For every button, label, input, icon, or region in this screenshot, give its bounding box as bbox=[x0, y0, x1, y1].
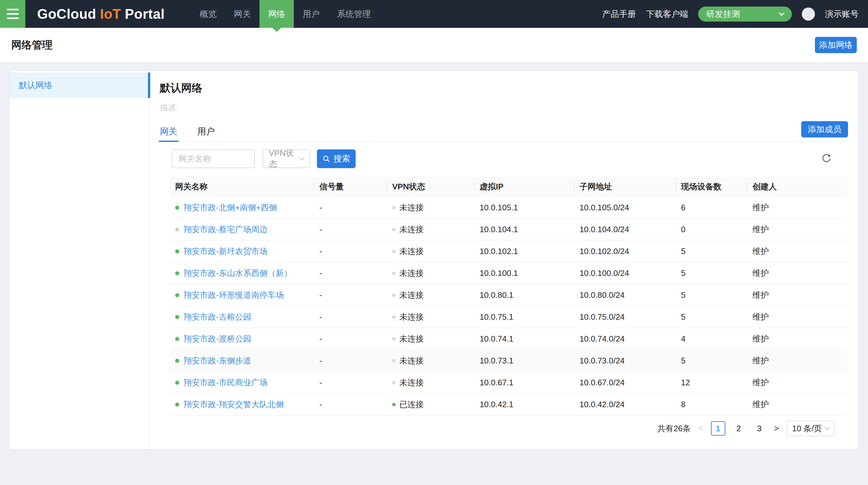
header-cell: 信号量 bbox=[314, 181, 386, 192]
hamburger-menu-button[interactable] bbox=[0, 0, 25, 28]
virtual-ip-cell: 10.0.80.1 bbox=[474, 290, 574, 300]
chevron-down-icon bbox=[779, 10, 784, 16]
creator-cell: 维护 bbox=[747, 224, 847, 235]
tab-2[interactable]: 用户 bbox=[197, 122, 215, 141]
header-cell: 虚拟IP bbox=[474, 181, 574, 192]
search-icon bbox=[322, 155, 330, 163]
gateway-online-dot bbox=[175, 293, 179, 297]
virtual-ip-cell: 10.0.67.1 bbox=[474, 378, 574, 388]
refresh-button[interactable] bbox=[821, 153, 832, 164]
gateway-name-cell: 翔安市政-东侧步道 bbox=[169, 355, 314, 366]
vpn-status-text: 已连接 bbox=[399, 399, 424, 410]
table-row: 翔安市政-古榕公园-未连接10.0.75.110.0.75.0/245维护 bbox=[169, 306, 847, 328]
env-select[interactable]: 研发挂测 bbox=[698, 6, 792, 22]
vpn-status-text: 未连接 bbox=[399, 312, 424, 322]
network-card: 默认网络 默认网络 描述: 网关用户 添加成员 VPN状态 bbox=[10, 71, 858, 449]
table-row: 翔安市政-渡桥公园-未连接10.0.74.110.0.74.0/244维护 bbox=[169, 328, 847, 350]
gateway-link[interactable]: 翔安市政-东山水系西侧（新） bbox=[184, 268, 292, 279]
nav-item-1[interactable]: 概览 bbox=[191, 0, 225, 28]
table-row: 翔安市政-东侧步道-未连接10.0.73.110.0.73.0/245维护 bbox=[169, 350, 847, 372]
device-count-cell: 5 bbox=[675, 312, 747, 322]
gateway-name-cell: 翔安市政-北侧+南侧+西侧 bbox=[169, 202, 314, 213]
table-row: 翔安市政-北侧+南侧+西侧-未连接10.0.105.110.0.105.0/24… bbox=[169, 197, 847, 219]
vpn-status-text: 未连接 bbox=[399, 334, 424, 344]
table-row: 翔安市政-东山水系西侧（新）-未连接10.0.100.110.0.100.0/2… bbox=[169, 262, 847, 284]
gateway-name-input[interactable] bbox=[172, 149, 255, 168]
gateway-link[interactable]: 翔安市政-北侧+南侧+西侧 bbox=[184, 202, 277, 213]
vpn-status-cell: 未连接 bbox=[386, 377, 474, 388]
virtual-ip-cell: 10.0.104.1 bbox=[474, 225, 574, 234]
gateway-link[interactable]: 翔安市政-环形慢道南停车场 bbox=[184, 290, 284, 301]
add-network-button[interactable]: 添加网络 bbox=[815, 37, 857, 53]
brand-logo: GoCloud IoT Portal bbox=[37, 6, 164, 22]
vpn-status-text: 未连接 bbox=[399, 377, 424, 388]
next-page-button[interactable]: > bbox=[774, 423, 779, 433]
navbar-link-1[interactable]: 产品手册 bbox=[602, 8, 636, 20]
top-navbar: GoCloud IoT Portal 概览网关网络用户系统管理 产品手册下载客户… bbox=[0, 0, 868, 28]
sidebar-item-1[interactable]: 默认网络 bbox=[10, 73, 150, 98]
table-row: 翔安市政-蔡宅广场周边-未连接10.0.104.110.0.104.0/240维… bbox=[169, 219, 847, 240]
network-sidebar: 默认网络 bbox=[10, 71, 150, 449]
gateway-link[interactable]: 翔安市政-渡桥公园 bbox=[184, 334, 251, 344]
search-button[interactable]: 搜索 bbox=[317, 149, 355, 168]
header-cell: VPN状态 bbox=[386, 181, 474, 192]
vpn-status-dot bbox=[392, 250, 396, 253]
page-size-value: 10 条/页 bbox=[792, 423, 822, 434]
vpn-status-select[interactable]: VPN状态 bbox=[262, 149, 310, 168]
gateway-link[interactable]: 翔安市政-蔡宅广场周边 bbox=[184, 224, 268, 235]
vpn-status-dot bbox=[392, 228, 396, 231]
vpn-status-cell: 未连接 bbox=[386, 246, 474, 257]
prev-page-button[interactable]: < bbox=[698, 423, 703, 433]
chevron-down-icon bbox=[300, 155, 305, 160]
device-count-cell: 5 bbox=[675, 268, 747, 278]
gateway-link[interactable]: 翔安市政-新圩农贸市场 bbox=[184, 246, 268, 257]
virtual-ip-cell: 10.0.73.1 bbox=[474, 356, 574, 366]
main-nav: 概览网关网络用户系统管理 bbox=[191, 0, 379, 28]
page-size-select[interactable]: 10 条/页 bbox=[786, 421, 835, 436]
tab-1[interactable]: 网关 bbox=[160, 122, 177, 141]
creator-cell: 维护 bbox=[747, 355, 847, 366]
navbar-link-2[interactable]: 下载客户端 bbox=[646, 8, 688, 20]
vpn-status-dot bbox=[392, 381, 396, 384]
signal-cell: - bbox=[314, 290, 386, 300]
gateway-link[interactable]: 翔安市政-古榕公园 bbox=[184, 312, 251, 322]
gateway-link[interactable]: 翔安市政-翔安交警大队北侧 bbox=[184, 399, 284, 410]
device-count-cell: 12 bbox=[675, 378, 747, 388]
subnet-cell: 10.0.75.0/24 bbox=[574, 312, 675, 322]
subnet-cell: 10.0.102.0/24 bbox=[574, 247, 675, 256]
vpn-status-cell: 未连接 bbox=[386, 202, 474, 213]
gateway-link[interactable]: 翔安市政-市民商业广场 bbox=[184, 377, 268, 388]
gateway-name-cell: 翔安市政-古榕公园 bbox=[169, 312, 314, 322]
signal-cell: - bbox=[314, 203, 386, 212]
panel-title: 默认网络 bbox=[160, 81, 848, 95]
subnet-cell: 10.0.74.0/24 bbox=[574, 334, 675, 344]
virtual-ip-cell: 10.0.102.1 bbox=[474, 247, 574, 256]
gateway-name-cell: 翔安市政-东山水系西侧（新） bbox=[169, 268, 314, 279]
gateway-online-dot bbox=[175, 315, 179, 319]
tabs-row: 网关用户 添加成员 bbox=[160, 122, 848, 142]
add-member-button[interactable]: 添加成员 bbox=[801, 121, 848, 138]
nav-item-4[interactable]: 用户 bbox=[294, 0, 328, 28]
page-button-3[interactable]: 3 bbox=[752, 421, 767, 436]
gateway-online-dot bbox=[175, 337, 179, 341]
network-panel: 默认网络 描述: 网关用户 添加成员 VPN状态 搜索 bbox=[150, 71, 858, 449]
page-button-2[interactable]: 2 bbox=[732, 421, 746, 436]
subnet-cell: 10.0.73.0/24 bbox=[574, 356, 675, 366]
nav-item-2[interactable]: 网关 bbox=[225, 0, 259, 28]
avatar[interactable] bbox=[802, 7, 815, 21]
subnet-cell: 10.0.105.0/24 bbox=[574, 203, 675, 212]
page-button-1[interactable]: 1 bbox=[711, 421, 725, 436]
header-cell: 子网地址 bbox=[574, 181, 675, 192]
gateway-online-dot bbox=[175, 206, 179, 210]
gateway-link[interactable]: 翔安市政-东侧步道 bbox=[184, 355, 251, 366]
page-title: 网络管理 bbox=[11, 38, 53, 52]
vpn-status-text: 未连接 bbox=[399, 246, 424, 257]
vpn-status-dot bbox=[392, 359, 396, 363]
nav-item-3[interactable]: 网络 bbox=[259, 0, 294, 28]
vpn-status-text: 未连接 bbox=[399, 268, 424, 279]
gateway-online-dot bbox=[175, 271, 179, 275]
search-toolbar: VPN状态 搜索 bbox=[172, 149, 848, 168]
nav-item-5[interactable]: 系统管理 bbox=[328, 0, 379, 28]
signal-cell: - bbox=[314, 334, 386, 344]
table-row: 翔安市政-环形慢道南停车场-未连接10.0.80.110.0.80.0/245维… bbox=[169, 284, 847, 306]
